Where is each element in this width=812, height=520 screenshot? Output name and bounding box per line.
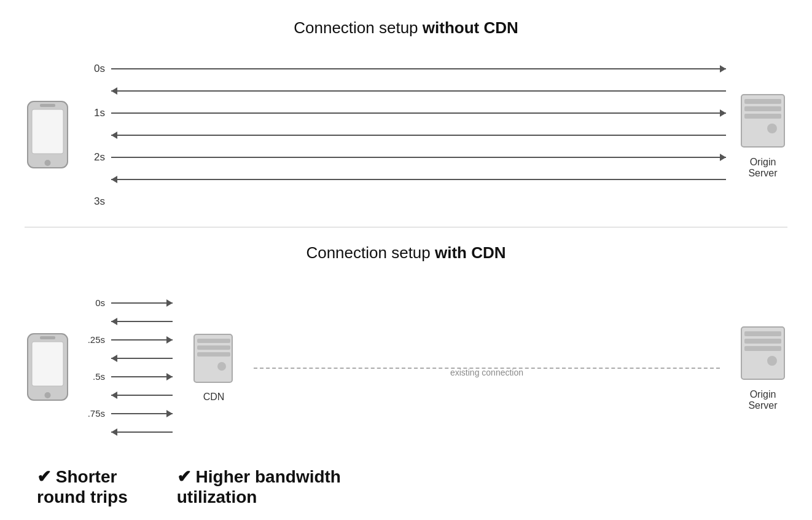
existing-connection-label: existing connection (450, 368, 523, 377)
short-arrows-area: 0s .25s .5 (80, 294, 173, 441)
bottom-server-label: OriginServer (748, 389, 777, 411)
top-diagram-row: 0s 1s (25, 50, 787, 221)
check2: ✔ (177, 467, 191, 486)
svg-rect-2 (40, 104, 55, 107)
cdn-arrow-left-75 (111, 431, 173, 433)
time-2s: 2s (83, 151, 105, 163)
cdn-time-0s: 0s (80, 297, 105, 308)
bottom-diagram-row: 0s .25s .5 (25, 275, 787, 460)
svg-rect-7 (744, 114, 781, 119)
arrow-row-2s-left (83, 168, 726, 191)
cdn-server-icon: CDN (192, 333, 235, 403)
top-title-bold: without CDN (423, 18, 518, 37)
bottom-title-bold: with CDN (435, 243, 506, 262)
arrow-row-0s-left (83, 80, 726, 102)
arrow-row-3s: 3s (83, 191, 726, 213)
check1: ✔ (37, 467, 51, 486)
top-title-normal: Connection setup (294, 18, 423, 37)
arrow-row-1s-right: 1s (83, 102, 726, 124)
benefits-row: ✔ Shorterround trips ✔ Higher bandwidthu… (25, 467, 787, 508)
cdn-arrow-left-25 (111, 358, 173, 359)
svg-rect-1 (32, 109, 63, 154)
bottom-title: Connection setup with CDN (25, 243, 787, 262)
arrow-right-2s (111, 157, 726, 158)
arrow-cdn-25-right: .25s (80, 331, 173, 349)
top-section: Connection setup without CDN (25, 12, 787, 227)
svg-rect-14 (197, 339, 230, 343)
svg-rect-11 (40, 336, 55, 339)
bottom-origin-server: OriginServer (738, 324, 787, 411)
svg-point-12 (45, 392, 51, 398)
arrow-row-0s-right: 0s (83, 58, 726, 80)
arrow-row-2s-right: 2s (83, 146, 726, 168)
arrow-cdn-25-left (80, 349, 173, 368)
arrow-cdn-5-right: .5s (80, 368, 173, 386)
arrow-cdn-0s-left (80, 312, 173, 331)
arrow-cdn-75-right: .75s (80, 404, 173, 423)
svg-rect-6 (744, 106, 781, 111)
arrow-left-2s (111, 179, 726, 180)
cdn-time-25: .25s (80, 334, 105, 345)
svg-point-22 (767, 356, 777, 366)
arrow-cdn-0s-right: 0s (80, 294, 173, 312)
time-3s: 3s (83, 195, 105, 208)
arrow-left-1s (111, 135, 726, 136)
cdn-arrow-left-0s (111, 321, 173, 322)
arrow-cdn-75-left (80, 423, 173, 441)
svg-rect-16 (197, 352, 230, 357)
cdn-time-75: .75s (80, 408, 105, 419)
cdn-time-5: .5s (80, 371, 105, 382)
bottom-section: Connection setup with CDN 0s (25, 227, 787, 508)
time-0s: 0s (83, 63, 105, 75)
benefit-shorter: ✔ Shorterround trips (37, 467, 128, 508)
cdn-arrow-right-5 (111, 376, 173, 377)
cdn-area: 0s .25s .5 (80, 294, 180, 441)
cdn-label: CDN (203, 392, 225, 403)
bottom-title-normal: Connection setup (306, 243, 435, 262)
cdn-arrow-right-75 (111, 413, 173, 414)
top-origin-server: OriginServer (738, 92, 787, 179)
top-title: Connection setup without CDN (25, 18, 787, 37)
cdn-arrow-right-0s (111, 302, 173, 304)
svg-point-17 (217, 362, 226, 371)
arrow-right-1s (111, 112, 726, 114)
top-arrows-area: 0s 1s (83, 58, 726, 213)
svg-rect-20 (744, 339, 781, 344)
svg-rect-21 (744, 346, 781, 351)
svg-rect-10 (32, 342, 63, 386)
svg-rect-5 (744, 99, 781, 104)
arrow-cdn-5-left (80, 386, 173, 404)
arrow-right-0s (111, 68, 726, 69)
phone-icon (25, 98, 71, 172)
cdn-arrow-left-5 (111, 395, 173, 396)
svg-rect-15 (197, 345, 230, 350)
bottom-phone-icon (25, 331, 71, 404)
dotted-line (254, 368, 720, 369)
cdn-arrow-right-25 (111, 339, 173, 341)
svg-point-3 (45, 160, 51, 166)
arrow-left-0s (111, 90, 726, 92)
svg-point-8 (767, 124, 777, 133)
time-1s: 1s (83, 107, 105, 119)
benefit-bandwidth: ✔ Higher bandwidthutilization (177, 467, 341, 508)
svg-rect-19 (744, 331, 781, 336)
arrow-row-1s-left (83, 124, 726, 146)
top-server-label: OriginServer (748, 157, 777, 179)
page-container: Connection setup without CDN (0, 0, 812, 520)
